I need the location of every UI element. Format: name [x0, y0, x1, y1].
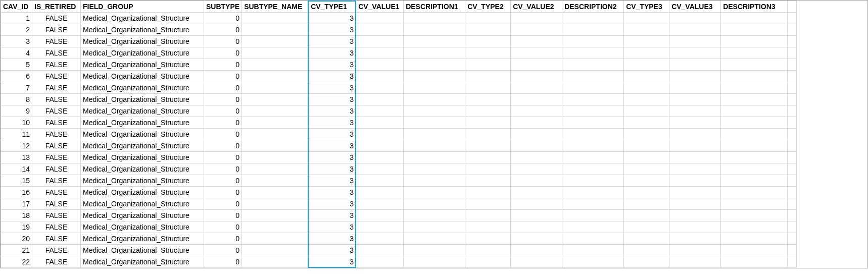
cell-description2[interactable]	[562, 129, 624, 140]
cell-cv_type1[interactable]: 3	[309, 47, 356, 59]
cell-is_retired[interactable]: FALSE	[32, 59, 81, 71]
cell-cv_type3[interactable]	[624, 129, 669, 140]
cell-description2[interactable]	[562, 82, 624, 94]
table-row[interactable]: 12FALSEMedical_Organizational_Structure0…	[1, 140, 797, 152]
cell-is_retired[interactable]: FALSE	[32, 198, 81, 210]
cell-cv_value2[interactable]	[511, 24, 562, 36]
cell-cv_type3[interactable]	[624, 163, 669, 175]
cell-cv_value3[interactable]	[669, 152, 721, 163]
cell-cv_type3[interactable]	[624, 117, 669, 129]
cell-subtype[interactable]: 0	[204, 152, 242, 163]
cell-cav_id[interactable]: 20	[1, 233, 32, 245]
cell-description3[interactable]	[721, 175, 788, 187]
cell-subtype_name[interactable]	[242, 233, 309, 245]
cell-is_retired[interactable]: FALSE	[32, 221, 81, 233]
cell-cv_type3[interactable]	[624, 36, 669, 47]
cell-cv_value3[interactable]	[669, 175, 721, 187]
cell-cv_type2[interactable]	[465, 24, 511, 36]
cell-cv_type1[interactable]: 3	[309, 36, 356, 47]
cell-description3[interactable]	[721, 24, 788, 36]
cell-cv_type2[interactable]	[465, 105, 511, 117]
cell-cv_type1[interactable]: 3	[309, 24, 356, 36]
cell-description2[interactable]	[562, 13, 624, 24]
cell-cav_id[interactable]: 15	[1, 175, 32, 187]
header-cv-value1[interactable]: CV_VALUE1	[356, 1, 404, 13]
cell-description1[interactable]	[404, 13, 465, 24]
cell-field_group[interactable]: Medical_Organizational_Structure	[81, 163, 204, 175]
cell-cv_type2[interactable]	[465, 152, 511, 163]
table-row[interactable]: 2FALSEMedical_Organizational_Structure03	[1, 24, 797, 36]
table-row[interactable]: 11FALSEMedical_Organizational_Structure0…	[1, 129, 797, 140]
table-row[interactable]: 6FALSEMedical_Organizational_Structure03	[1, 71, 797, 82]
cell-subtype_name[interactable]	[242, 82, 309, 94]
cell-cv_value3[interactable]	[669, 24, 721, 36]
cell-cv_type3[interactable]	[624, 13, 669, 24]
cell-is_retired[interactable]: FALSE	[32, 129, 81, 140]
cell-description1[interactable]	[404, 59, 465, 71]
cell-cav_id[interactable]: 1	[1, 13, 32, 24]
cell-cav_id[interactable]: 12	[1, 140, 32, 152]
cell-cv_type3[interactable]	[624, 59, 669, 71]
cell-cav_id[interactable]: 21	[1, 245, 32, 256]
cell-subtype_name[interactable]	[242, 13, 309, 24]
cell-description1[interactable]	[404, 152, 465, 163]
cell-field_group[interactable]: Medical_Organizational_Structure	[81, 233, 204, 245]
cell-cv_value1[interactable]	[356, 82, 404, 94]
cell-cav_id[interactable]: 5	[1, 59, 32, 71]
table-row[interactable]: 3FALSEMedical_Organizational_Structure03	[1, 36, 797, 47]
cell-cv_value3[interactable]	[669, 163, 721, 175]
cell-subtype[interactable]: 0	[204, 47, 242, 59]
cell-cv_value3[interactable]	[669, 47, 721, 59]
cell-cv_type3[interactable]	[624, 221, 669, 233]
cell-description3[interactable]	[721, 221, 788, 233]
cell-cv_value1[interactable]	[356, 233, 404, 245]
cell-description3[interactable]	[721, 105, 788, 117]
cell-cv_value3[interactable]	[669, 71, 721, 82]
cell-subtype[interactable]: 0	[204, 245, 242, 256]
cell-description3[interactable]	[721, 210, 788, 221]
cell-subtype[interactable]: 0	[204, 117, 242, 129]
cell-cav_id[interactable]: 7	[1, 82, 32, 94]
cell-cv_value3[interactable]	[669, 82, 721, 94]
cell-description3[interactable]	[721, 129, 788, 140]
cell-cv_value3[interactable]	[669, 221, 721, 233]
cell-cav_id[interactable]: 2	[1, 24, 32, 36]
cell-subtype[interactable]: 0	[204, 94, 242, 105]
cell-description3[interactable]	[721, 198, 788, 210]
cell-cv_type2[interactable]	[465, 82, 511, 94]
cell-cv_value2[interactable]	[511, 117, 562, 129]
cell-cv_value1[interactable]	[356, 71, 404, 82]
header-description3[interactable]: DESCRIPTION3	[721, 1, 788, 13]
cell-description2[interactable]	[562, 59, 624, 71]
cell-cv_type2[interactable]	[465, 47, 511, 59]
cell-cv_value1[interactable]	[356, 13, 404, 24]
cell-cav_id[interactable]: 4	[1, 47, 32, 59]
header-subtype-name[interactable]: SUBTYPE_NAME	[242, 1, 309, 13]
cell-description1[interactable]	[404, 24, 465, 36]
cell-field_group[interactable]: Medical_Organizational_Structure	[81, 36, 204, 47]
cell-is_retired[interactable]: FALSE	[32, 94, 81, 105]
cell-subtype[interactable]: 0	[204, 198, 242, 210]
cell-cv_type1[interactable]: 3	[309, 117, 356, 129]
cell-field_group[interactable]: Medical_Organizational_Structure	[81, 94, 204, 105]
cell-cv_type1[interactable]: 3	[309, 210, 356, 221]
cell-cv_type2[interactable]	[465, 94, 511, 105]
cell-description1[interactable]	[404, 117, 465, 129]
cell-cv_type2[interactable]	[465, 140, 511, 152]
cell-cv_value2[interactable]	[511, 221, 562, 233]
cell-cv_value1[interactable]	[356, 187, 404, 198]
cell-description3[interactable]	[721, 245, 788, 256]
table-row[interactable]: 13FALSEMedical_Organizational_Structure0…	[1, 152, 797, 163]
cell-subtype[interactable]: 0	[204, 71, 242, 82]
cell-cv_value2[interactable]	[511, 129, 562, 140]
cell-field_group[interactable]: Medical_Organizational_Structure	[81, 187, 204, 198]
cell-description1[interactable]	[404, 140, 465, 152]
cell-cv_type1[interactable]: 3	[309, 163, 356, 175]
cell-subtype_name[interactable]	[242, 175, 309, 187]
cell-cv_value2[interactable]	[511, 245, 562, 256]
cell-cv_type1[interactable]: 3	[309, 71, 356, 82]
cell-cv_type2[interactable]	[465, 233, 511, 245]
cell-field_group[interactable]: Medical_Organizational_Structure	[81, 129, 204, 140]
cell-description2[interactable]	[562, 233, 624, 245]
cell-description2[interactable]	[562, 36, 624, 47]
